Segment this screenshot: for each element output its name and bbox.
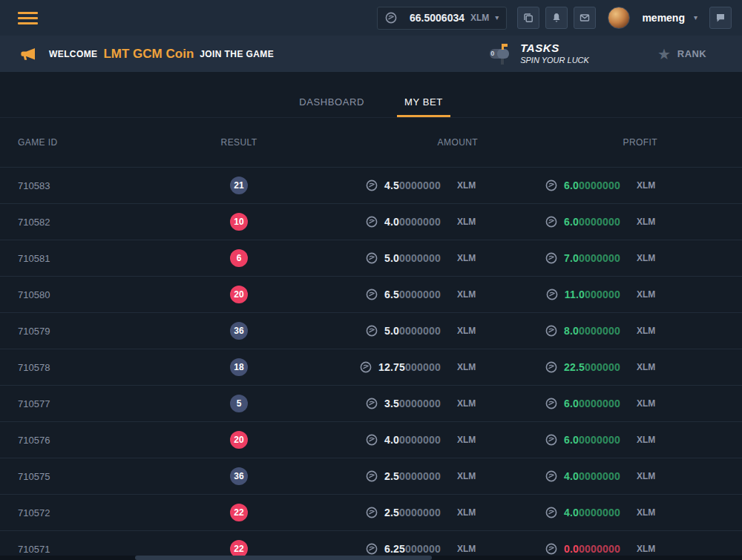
currency-label: XLM — [637, 253, 657, 263]
user-menu-chevron-icon[interactable]: ▾ — [694, 14, 697, 22]
coin-icon — [360, 361, 372, 373]
profit-value: 6.0 — [564, 398, 579, 409]
coin-icon — [545, 325, 557, 337]
profit-value: 11.0 — [565, 289, 585, 300]
game-id-cell: 710582 — [18, 215, 208, 228]
profit-zeros: 0000000 — [579, 434, 620, 446]
result-badge: 10 — [230, 213, 248, 231]
profit-value: 6.0 — [564, 434, 579, 446]
bell-icon — [551, 12, 562, 24]
game-id: 710583 — [18, 180, 50, 191]
profit-zeros: 0000000 — [579, 398, 620, 409]
tasks-banner[interactable]: 0 TASKS SPIN YOUR LUCK — [486, 41, 589, 67]
star-icon: ★ — [657, 47, 671, 62]
coin-icon — [545, 507, 557, 518]
menu-icon[interactable] — [18, 12, 38, 24]
table-row: 710579 36 5.00000000 XLM 8.00000000 XLM — [0, 312, 742, 349]
currency-label: XLM — [457, 217, 478, 227]
chat-button[interactable] — [709, 7, 732, 29]
amount-zeros: 0000000 — [399, 179, 441, 191]
table-row: 710575 36 2.50000000 XLM 4.00000000 XLM — [0, 458, 742, 494]
currency-label: XLM — [457, 289, 478, 300]
profit-value: 22.5 — [564, 361, 585, 373]
currency-label: XLM — [457, 471, 478, 481]
game-id-cell: 710583 — [18, 179, 208, 192]
mailbox-icon: 0 — [486, 41, 513, 67]
bet-list: 710583 21 4.50000000 XLM 6.00000000 XLM … — [0, 167, 742, 560]
currency-label: XLM — [457, 435, 478, 445]
currency-label: XLM — [457, 544, 478, 554]
game-id: 710578 — [18, 362, 50, 373]
coin-icon — [545, 543, 557, 555]
balance-selector[interactable]: 66.5006034 XLM ▾ — [377, 7, 507, 30]
game-id-cell: 710581 — [18, 251, 208, 265]
coin-icon — [545, 179, 557, 191]
coin-icon — [366, 252, 378, 264]
header-result: RESULT — [221, 137, 257, 148]
amount-zeros: 0000000 — [399, 470, 441, 482]
result-badge: 21 — [230, 177, 248, 194]
profit-cell: 11.0000000 XLM — [546, 289, 657, 300]
copy-button[interactable] — [517, 7, 539, 29]
coin-icon — [366, 325, 378, 337]
currency-label: XLM — [637, 289, 657, 300]
tab-my-bet[interactable]: MY BET — [397, 96, 450, 117]
amount-cell: 3.50000000 XLM — [366, 398, 478, 409]
profit-value: 4.0 — [564, 507, 579, 518]
currency-label: XLM — [637, 435, 657, 445]
amount-zeros: 0000000 — [399, 507, 441, 518]
top-bar: 66.5006034 XLM ▾ memeng ▾ — [0, 0, 742, 36]
result-badge: 36 — [230, 322, 248, 340]
result-badge: 6 — [230, 249, 248, 267]
amount-zeros: 000000 — [405, 361, 441, 373]
result-badge: 20 — [230, 431, 248, 449]
profit-zeros: 0000000 — [579, 543, 620, 555]
amount-cell: 6.25000000 XLM — [366, 543, 478, 555]
coin-icon — [546, 289, 558, 300]
game-id-cell: 710575 — [18, 470, 208, 483]
game-id-cell: 710580 — [18, 288, 208, 301]
notifications-button[interactable] — [545, 7, 568, 29]
messages-button[interactable] — [574, 7, 596, 29]
table-row: 710577 5 3.50000000 XLM 6.00000000 XLM — [0, 385, 742, 421]
header-amount: AMOUNT — [438, 137, 478, 148]
amount-zeros: 0000000 — [399, 289, 441, 300]
currency-label: XLM — [637, 217, 657, 227]
game-id: 710579 — [18, 326, 50, 337]
megaphone-icon — [19, 45, 37, 63]
result-cell: 6 — [230, 249, 248, 267]
coin-icon — [366, 179, 378, 191]
coin-icon — [545, 361, 557, 373]
amount-zeros: 0000000 — [399, 252, 441, 264]
tab-dashboard[interactable]: DASHBOARD — [292, 96, 372, 117]
coin-icon — [366, 543, 378, 555]
result-cell: 21 — [230, 177, 248, 194]
result-cell: 22 — [230, 504, 248, 521]
scrollbar-thumb[interactable] — [135, 556, 432, 560]
profit-cell: 6.00000000 XLM — [545, 434, 657, 446]
table-row: 710578 18 12.75000000 XLM 22.5000000 XLM — [0, 349, 742, 385]
currency-label: XLM — [457, 398, 478, 409]
coin-icon — [385, 12, 397, 24]
avatar[interactable] — [608, 7, 630, 29]
table-row: 710572 22 2.50000000 XLM 4.00000000 XLM — [0, 494, 742, 530]
welcome-text: WELCOME — [49, 49, 97, 59]
profit-cell: 8.00000000 XLM — [545, 325, 657, 337]
result-cell: 10 — [230, 213, 248, 231]
profit-zeros: 000000 — [585, 361, 620, 373]
amount-value: 6.25 — [384, 543, 405, 555]
game-id-cell: 710576 — [18, 433, 208, 447]
coin-icon — [545, 216, 557, 228]
amount-value: 4.5 — [384, 179, 399, 191]
announcement-bar: WELCOME LMT GCM Coin JOIN THE GAME 0 TAS… — [0, 36, 742, 72]
profit-value: 7.0 — [564, 252, 579, 264]
rank-button[interactable]: ★ RANK — [657, 47, 706, 62]
tasks-subtitle: SPIN YOUR LUCK — [520, 56, 589, 66]
amount-cell: 4.00000000 XLM — [366, 216, 478, 228]
profit-cell: 6.00000000 XLM — [545, 179, 657, 191]
username[interactable]: memeng — [642, 12, 685, 24]
amount-zeros: 000000 — [405, 543, 441, 555]
game-id-cell: 710572 — [18, 506, 208, 519]
coin-icon — [366, 398, 378, 409]
amount-cell: 4.50000000 XLM — [366, 179, 478, 191]
